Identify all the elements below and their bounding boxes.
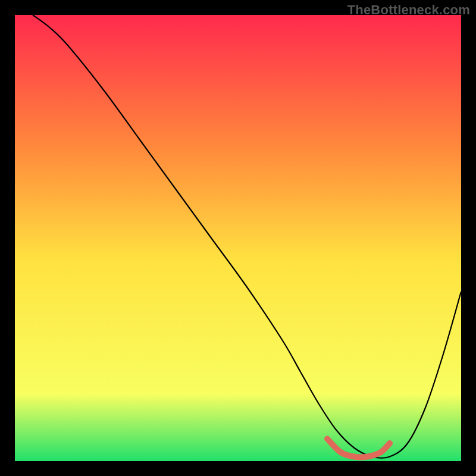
watermark-text: TheBottleneck.com <box>347 2 470 18</box>
plot-area <box>15 15 461 461</box>
chart-svg <box>15 15 461 461</box>
gradient-background <box>15 15 461 461</box>
chart-frame: TheBottleneck.com <box>0 0 476 476</box>
